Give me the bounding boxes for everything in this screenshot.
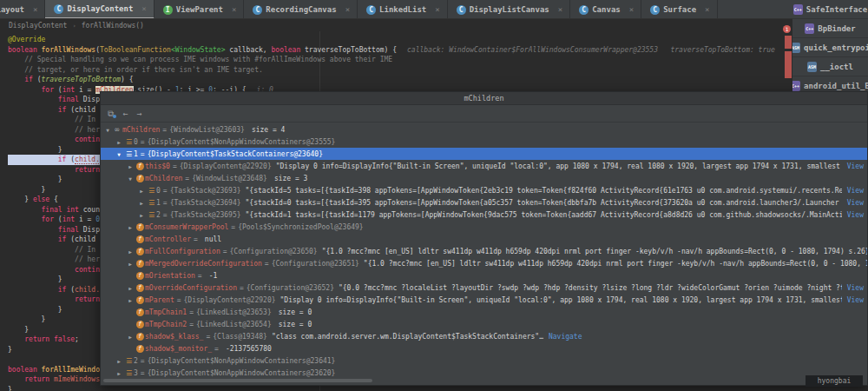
error-badge[interactable]: 1 — [783, 25, 791, 33]
breadcrumb-method[interactable]: forAllWindows() — [82, 22, 144, 30]
editor-tab-recordingcanvas[interactable]: CRecordingCanvas× — [244, 0, 358, 19]
equals-sign: = — [195, 272, 205, 280]
variable-row-mOrientation[interactable]: fmOrientation=-1 — [101, 269, 867, 282]
variable-row-mController[interactable]: fmController=null — [101, 233, 867, 245]
variable-row-shadow$_monitor_[interactable]: fshadow$_monitor_=-2137565780 — [101, 342, 867, 355]
file-list-item[interactable]: C++SafeInterface — [792, 0, 868, 19]
editor-tab-linkedlist[interactable]: CLinkedList× — [358, 0, 448, 19]
object-reference: {DisplayContent@22920} — [180, 162, 272, 170]
variable-row-1[interactable]: ▼☰1={DisplayContent$TaskStackContainers@… — [101, 148, 867, 160]
tab-close-icon[interactable]: × — [33, 5, 37, 14]
object-reference: {Pools$SynchronizedPool@23649} — [238, 223, 364, 231]
variable-row-mMergedOverrideConfiguration[interactable]: ▶fmMergedOverrideConfiguration={Configur… — [101, 257, 867, 269]
variable-row-2[interactable]: ▶☰2={DisplayContent$NonAppWindowContaine… — [101, 355, 867, 367]
editor-tab-bar: CLinearLayout×CDisplayContent×IViewParen… — [0, 0, 794, 19]
editor-tab-viewparent[interactable]: IViewParent× — [155, 0, 245, 19]
tab-close-icon[interactable]: × — [705, 5, 709, 14]
chevron-down-icon[interactable]: ▼ — [115, 151, 123, 157]
view-link[interactable]: View — [847, 284, 864, 292]
view-link[interactable]: View — [847, 187, 864, 195]
object-reference: {Class@19348} — [213, 333, 267, 341]
view-link[interactable]: View — [847, 162, 864, 170]
tab-close-icon[interactable]: × — [345, 5, 350, 14]
chevron-right-icon[interactable]: ▶ — [115, 370, 123, 376]
chevron-right-icon[interactable]: ▶ — [126, 224, 135, 230]
variable-row-mTmpChain1[interactable]: fmTmpChain1={LinkedList@23653}size = 0 — [101, 306, 867, 318]
variable-value: -2137565780 — [226, 345, 272, 353]
variable-row-this$0[interactable]: ▶fthis$0={DisplayContent@22920}"Display … — [101, 160, 867, 172]
editor-tab-displaylistcanvas[interactable]: CDisplayListCanvas× — [448, 0, 571, 19]
chevron-right-icon[interactable]: ▶ — [126, 334, 135, 340]
file-list: C++SafeInterfaceC++BpBinderASMquick_entr… — [792, 0, 868, 96]
collection-size: size = 0 — [279, 321, 312, 328]
variable-row-shadow$_klass_[interactable]: ▶fshadow$_klass_={Class@19348}"class com… — [101, 330, 867, 342]
equals-sign: = — [203, 333, 213, 341]
chevron-right-icon[interactable]: ▶ — [137, 212, 146, 218]
variable-row-1[interactable]: ▶☰1={TaskStack@23694}"{stackId=0 tasks=[… — [101, 196, 867, 209]
chevron-right-icon[interactable]: ▶ — [126, 297, 135, 303]
view-link[interactable]: View — [847, 296, 864, 304]
variable-row-0[interactable]: ▶☰0={TaskStack@23693}"{stackId=5 tasks=[… — [101, 184, 867, 196]
variable-row-3[interactable]: ▶☰3={DisplayContent$NonAppWindowContaine… — [101, 367, 867, 379]
chevron-right-icon[interactable]: ▶ — [137, 200, 146, 206]
tab-close-icon[interactable]: × — [232, 5, 236, 14]
tab-label: ViewParent — [176, 5, 223, 14]
chevron-right-icon[interactable]: ▶ — [126, 249, 135, 255]
file-list-item[interactable]: ASMquick_entrypoi — [792, 38, 868, 57]
chevron-right-icon[interactable]: ▶ — [126, 163, 135, 169]
variable-row-2[interactable]: ▶☰2={TaskStack@23695}"{stackId=1 tasks=[… — [101, 209, 867, 221]
error-stripe-mark[interactable] — [785, 51, 792, 78]
chevron-down-icon[interactable]: ▼ — [103, 127, 112, 133]
breadcrumb-separator-icon: › — [72, 23, 76, 30]
variable-row-mChildren[interactable]: ▼fmChildren={WindowList@23648}size = 3 — [101, 172, 867, 184]
back-arrow-icon[interactable]: ← — [122, 105, 128, 123]
tab-label: DisplayListCanvas — [470, 5, 549, 14]
watch-icon: ∞ — [112, 125, 122, 134]
popup-title[interactable]: mChildren — [101, 92, 867, 105]
chevron-right-icon[interactable]: ▶ — [137, 188, 146, 194]
tab-close-icon[interactable]: × — [629, 5, 634, 14]
equals-sign: = — [174, 296, 184, 304]
file-list-item[interactable]: C++BpBinder — [792, 19, 868, 38]
view-link[interactable]: View — [847, 199, 864, 207]
chevron-right-icon[interactable]: ▶ — [126, 285, 135, 291]
tab-close-icon[interactable]: × — [558, 5, 562, 14]
tab-close-icon[interactable]: × — [141, 4, 146, 13]
file-list-item[interactable]: ASM__ioctl — [792, 57, 868, 76]
error-stripe-mark[interactable] — [785, 36, 792, 49]
variable-row-mOverrideConfiguration[interactable]: ▶fmOverrideConfiguration={Configuration@… — [101, 282, 867, 294]
chevron-down-icon[interactable]: ▼ — [126, 176, 135, 182]
variable-row-mFullConfiguration[interactable]: ▶fmFullConfiguration={Configuration@2365… — [101, 245, 867, 257]
editor-tab-linearlayout[interactable]: CLinearLayout× — [0, 0, 45, 19]
class-icon: C — [253, 5, 262, 15]
variable-row-0[interactable]: ▶☰0={DisplayContent$NonAppWindowContaine… — [101, 136, 867, 148]
file-label: SafeInterface — [806, 5, 867, 14]
class-icon: C — [579, 5, 589, 15]
code-line: @Override — [8, 35, 867, 45]
breadcrumb-class[interactable]: DisplayContent — [9, 22, 67, 30]
chevron-right-icon[interactable]: ▶ — [115, 358, 123, 364]
view-link[interactable]: View — [847, 211, 864, 219]
variable-row-mParent[interactable]: ▶fmParent={DisplayContent@22920}"Display… — [101, 294, 867, 306]
username-watermark: hyongbai — [806, 375, 863, 387]
editor-tab-canvas[interactable]: CCanvas× — [570, 0, 641, 19]
tab-label: Canvas — [592, 5, 621, 14]
field-icon: f — [135, 222, 145, 231]
variable-name: mTmpChain2 — [145, 321, 187, 328]
variable-value: "{stackId=0 tasks=[{taskId=395 appTokens… — [246, 199, 842, 207]
editor-tab-displaycontent[interactable]: CDisplayContent× — [45, 0, 154, 19]
editor-tab-surface[interactable]: CSurface× — [641, 0, 717, 19]
chevron-right-icon[interactable]: ▶ — [115, 139, 123, 145]
forward-arrow-icon[interactable]: → — [136, 105, 141, 123]
inspect-icon[interactable]: ⧉ — [108, 105, 114, 123]
chevron-right-icon[interactable]: ▶ — [126, 261, 135, 267]
variable-name: shadow$_monitor_ — [145, 345, 212, 353]
variable-row-mChildren[interactable]: ▼∞mChildren={WindowList@23603}size = 4 — [101, 123, 867, 136]
variable-row-mConsumerWrapperPool[interactable]: ▶fmConsumerWrapperPool={Pools$Synchroniz… — [101, 221, 867, 233]
tab-close-icon[interactable]: × — [435, 5, 439, 14]
navigate-link[interactable]: Navigate — [549, 333, 582, 341]
horizontal-scrollbar[interactable] — [103, 379, 372, 382]
variable-value: null — [205, 235, 221, 243]
variable-row-mTmpChain2[interactable]: fmTmpChain2={LinkedList@23654}size = 0 — [101, 318, 867, 330]
equals-sign: = — [138, 150, 148, 158]
